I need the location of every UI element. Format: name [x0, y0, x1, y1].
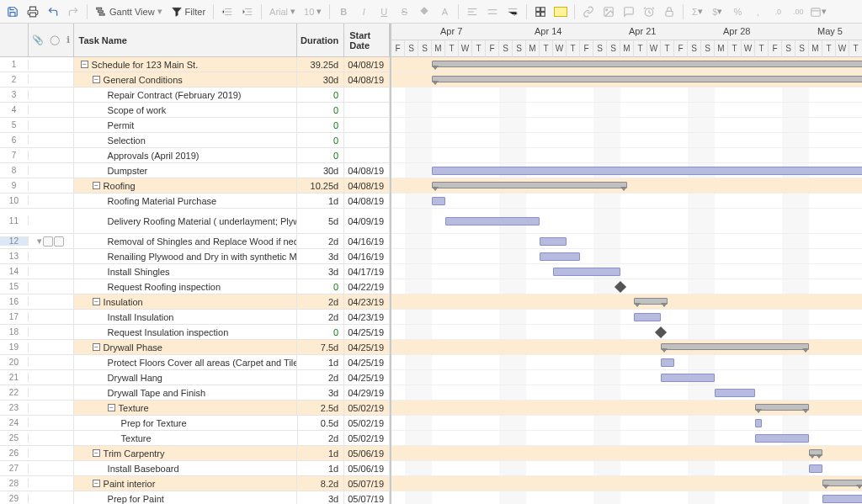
- duration-cell[interactable]: 0: [297, 325, 344, 339]
- gantt-summary-bar[interactable]: [432, 61, 862, 67]
- start-date-cell[interactable]: 04/16/19: [344, 234, 390, 248]
- gantt-summary-bar[interactable]: [432, 76, 862, 82]
- indent-icon[interactable]: [238, 3, 257, 21]
- gantt-task-bar[interactable]: [661, 358, 674, 367]
- start-date-cell[interactable]: 04/23/19: [344, 294, 390, 309]
- task-name-cell[interactable]: −Drywall Phase: [74, 340, 298, 354]
- start-date-cell[interactable]: 04/17/19: [344, 264, 390, 279]
- row-action-icon[interactable]: [54, 236, 64, 247]
- gantt-view-dropdown[interactable]: Gantt View ▾: [92, 3, 166, 21]
- gantt-task-bar[interactable]: [661, 374, 715, 382]
- row-action-icon[interactable]: [43, 236, 53, 247]
- start-date-cell[interactable]: [344, 118, 390, 132]
- table-row[interactable]: 18Request Insulation inspection004/25/19: [0, 325, 390, 340]
- row-number[interactable]: 20: [0, 358, 29, 367]
- table-row[interactable]: 3Repair Contract (February 2019)0: [0, 88, 390, 103]
- duration-cell[interactable]: 39.25d: [297, 57, 344, 72]
- gantt-task-bar[interactable]: [553, 268, 620, 276]
- lock-icon[interactable]: [660, 3, 678, 21]
- row-number[interactable]: 26: [0, 448, 29, 458]
- row-number[interactable]: 29: [0, 494, 29, 503]
- date-format-icon[interactable]: ▾: [809, 3, 827, 21]
- gantt-task-bar[interactable]: [715, 389, 755, 397]
- start-date-cell[interactable]: 04/23/19: [344, 310, 390, 324]
- task-name-cell[interactable]: −Insulation: [74, 294, 298, 309]
- task-name-cell[interactable]: Request Insulation inspection: [74, 325, 298, 339]
- thousands-icon[interactable]: ,: [748, 3, 767, 21]
- row-menu-icon[interactable]: ▾: [37, 236, 42, 247]
- comment-icon[interactable]: [620, 3, 638, 21]
- fill-color-icon[interactable]: [415, 3, 434, 21]
- row-number[interactable]: 3: [0, 90, 29, 99]
- duration-cell[interactable]: 1d: [297, 446, 344, 460]
- row-number[interactable]: 12: [0, 236, 29, 246]
- table-row[interactable]: 28−Paint interior8.2d05/07/19: [0, 476, 390, 491]
- duration-cell[interactable]: 3d: [297, 491, 344, 504]
- row-number[interactable]: 19: [0, 342, 29, 352]
- task-name-cell[interactable]: Drywall Tape and Finish: [74, 385, 298, 400]
- link-icon[interactable]: [579, 3, 598, 21]
- start-date-column-header[interactable]: Start Date: [344, 24, 390, 56]
- start-date-cell[interactable]: 04/25/19: [344, 325, 390, 339]
- duration-column-header[interactable]: Duration: [297, 24, 344, 56]
- row-number[interactable]: 17: [0, 312, 29, 321]
- table-row[interactable]: 11Delivery Roofing Material ( underlayme…: [0, 209, 390, 234]
- duration-cell[interactable]: 2.5d: [297, 401, 344, 415]
- start-date-cell[interactable]: 05/02/19: [344, 401, 390, 415]
- table-row[interactable]: 15Request Roofing inspection004/22/19: [0, 279, 390, 294]
- start-date-cell[interactable]: 05/02/19: [344, 431, 390, 445]
- gantt-task-bar[interactable]: [809, 464, 822, 473]
- sum-icon[interactable]: Σ▾: [688, 3, 706, 21]
- duration-cell[interactable]: 0: [297, 103, 344, 117]
- collapse-toggle[interactable]: −: [93, 449, 100, 457]
- table-row[interactable]: 4Scope of work0: [0, 103, 390, 118]
- duration-cell[interactable]: 7.5d: [297, 340, 344, 354]
- collapse-toggle[interactable]: −: [93, 298, 100, 305]
- italic-icon[interactable]: I: [354, 3, 373, 21]
- duration-cell[interactable]: 3d: [297, 385, 344, 400]
- row-number[interactable]: 27: [0, 464, 29, 473]
- wrap-text-icon[interactable]: [503, 3, 522, 21]
- duration-cell[interactable]: 0: [297, 148, 344, 162]
- start-date-cell[interactable]: 04/22/19: [344, 279, 390, 294]
- outdent-icon[interactable]: [218, 3, 237, 21]
- task-name-cell[interactable]: Request Roofing inspection: [74, 279, 298, 294]
- task-name-cell[interactable]: Drywall Hang: [74, 370, 298, 385]
- duration-cell[interactable]: 2d: [298, 431, 345, 445]
- start-date-cell[interactable]: [344, 148, 390, 162]
- table-row[interactable]: 29Prep for Paint3d05/07/19: [0, 491, 390, 504]
- gantt-task-bar[interactable]: [634, 313, 661, 321]
- underline-icon[interactable]: U: [375, 3, 393, 21]
- row-number[interactable]: 18: [0, 327, 29, 337]
- task-name-cell[interactable]: Install Insulation: [74, 310, 298, 324]
- task-name-cell[interactable]: −Texture: [74, 401, 298, 415]
- align-left-icon[interactable]: [463, 3, 482, 21]
- task-name-cell[interactable]: −Roofing: [74, 178, 298, 193]
- duration-cell[interactable]: 0: [297, 133, 344, 147]
- align-vertical-icon[interactable]: [483, 3, 502, 21]
- start-date-cell[interactable]: 04/25/19: [344, 340, 390, 354]
- gantt-task-bar[interactable]: [540, 237, 567, 246]
- row-number[interactable]: 23: [0, 403, 29, 412]
- table-row[interactable]: 23−Texture2.5d05/02/19: [0, 401, 390, 416]
- duration-cell[interactable]: 3d: [297, 249, 344, 263]
- filter-button[interactable]: Filter: [168, 3, 209, 21]
- undo-icon[interactable]: [44, 3, 62, 21]
- row-number[interactable]: 4: [0, 105, 29, 114]
- table-row[interactable]: 6Selection0: [0, 133, 390, 148]
- font-name-dropdown[interactable]: Arial▾: [266, 3, 299, 21]
- table-row[interactable]: 16−Insulation2d04/23/19: [0, 294, 390, 310]
- duration-cell[interactable]: 30d: [297, 163, 344, 178]
- duration-cell[interactable]: 1d: [297, 355, 344, 369]
- task-name-cell[interactable]: Dumpster: [74, 163, 298, 178]
- gantt-task-bar[interactable]: [755, 419, 762, 427]
- start-date-cell[interactable]: [344, 88, 390, 102]
- table-row[interactable]: 20Protect Floors Cover all areas (Carpet…: [0, 355, 390, 370]
- task-name-cell[interactable]: Prep for Paint: [74, 491, 298, 504]
- row-number[interactable]: 24: [0, 418, 29, 427]
- task-name-cell[interactable]: Scope of work: [74, 103, 298, 117]
- table-row[interactable]: 26−Trim Carpentry1d05/06/19: [0, 446, 390, 461]
- task-name-cell[interactable]: Roofing Material Purchase: [74, 194, 298, 208]
- task-name-cell[interactable]: Renailing Plywood and Dry in with synthe…: [74, 249, 298, 263]
- duration-cell[interactable]: 2d: [297, 234, 344, 248]
